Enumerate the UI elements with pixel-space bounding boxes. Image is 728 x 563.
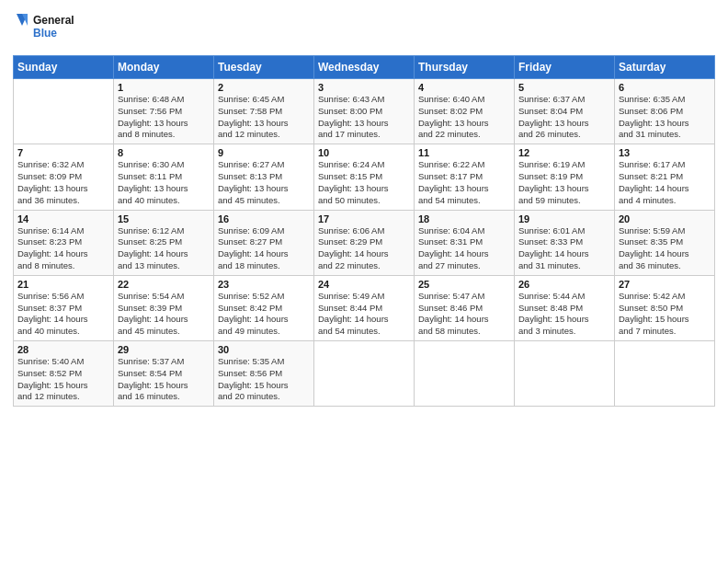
day-header-wednesday: Wednesday (314, 56, 415, 79)
day-number: 25 (418, 279, 510, 290)
day-number: 14 (17, 213, 109, 224)
calendar-cell: 16Sunrise: 6:09 AMSunset: 8:27 PMDayligh… (214, 210, 314, 275)
logo-svg: General Blue (13, 9, 77, 48)
day-info: Sunrise: 6:48 AMSunset: 7:56 PMDaylight:… (118, 94, 210, 141)
calendar-cell: 1Sunrise: 6:48 AMSunset: 7:56 PMDaylight… (114, 79, 214, 144)
day-number: 11 (418, 147, 510, 158)
day-number: 22 (118, 279, 210, 290)
calendar-page: General Blue SundayMondayTuesdayWednesda… (0, 0, 728, 563)
day-info: Sunrise: 5:52 AMSunset: 8:42 PMDaylight:… (218, 291, 310, 338)
day-number: 10 (318, 147, 410, 158)
day-info: Sunrise: 6:22 AMSunset: 8:17 PMDaylight:… (418, 159, 510, 206)
calendar-cell: 19Sunrise: 6:01 AMSunset: 8:33 PMDayligh… (515, 210, 615, 275)
day-number: 17 (318, 213, 410, 224)
day-number: 8 (118, 147, 210, 158)
day-info: Sunrise: 5:35 AMSunset: 8:56 PMDaylight:… (218, 356, 310, 403)
calendar-cell (415, 341, 515, 407)
day-number: 4 (418, 82, 510, 93)
day-number: 29 (118, 344, 210, 355)
calendar-cell: 25Sunrise: 5:47 AMSunset: 8:46 PMDayligh… (415, 275, 515, 340)
calendar-cell: 30Sunrise: 5:35 AMSunset: 8:56 PMDayligh… (214, 341, 314, 407)
day-number: 1 (118, 82, 210, 93)
calendar-cell: 4Sunrise: 6:40 AMSunset: 8:02 PMDaylight… (415, 79, 515, 144)
day-header-tuesday: Tuesday (214, 56, 314, 79)
calendar-table: SundayMondayTuesdayWednesdayThursdayFrid… (13, 55, 715, 407)
day-number: 18 (418, 213, 510, 224)
day-number: 2 (218, 82, 310, 93)
calendar-cell: 12Sunrise: 6:19 AMSunset: 8:19 PMDayligh… (515, 144, 615, 210)
calendar-cell: 10Sunrise: 6:24 AMSunset: 8:15 PMDayligh… (314, 144, 415, 210)
calendar-cell: 17Sunrise: 6:06 AMSunset: 8:29 PMDayligh… (314, 210, 415, 275)
calendar-cell: 24Sunrise: 5:49 AMSunset: 8:44 PMDayligh… (314, 275, 415, 340)
day-info: Sunrise: 6:35 AMSunset: 8:06 PMDaylight:… (619, 94, 711, 141)
calendar-cell (615, 341, 715, 407)
calendar-cell (314, 341, 415, 407)
calendar-cell: 18Sunrise: 6:04 AMSunset: 8:31 PMDayligh… (415, 210, 515, 275)
day-headers-row: SundayMondayTuesdayWednesdayThursdayFrid… (14, 56, 715, 79)
calendar-cell: 15Sunrise: 6:12 AMSunset: 8:25 PMDayligh… (114, 210, 214, 275)
calendar-cell: 8Sunrise: 6:30 AMSunset: 8:11 PMDaylight… (114, 144, 214, 210)
day-info: Sunrise: 6:14 AMSunset: 8:23 PMDaylight:… (17, 225, 109, 272)
day-number: 6 (619, 82, 711, 93)
calendar-cell (515, 341, 615, 407)
day-number: 30 (218, 344, 310, 355)
day-info: Sunrise: 5:56 AMSunset: 8:37 PMDaylight:… (17, 291, 109, 338)
calendar-cell: 14Sunrise: 6:14 AMSunset: 8:23 PMDayligh… (14, 210, 114, 275)
calendar-cell: 7Sunrise: 6:32 AMSunset: 8:09 PMDaylight… (14, 144, 114, 210)
day-info: Sunrise: 5:54 AMSunset: 8:39 PMDaylight:… (118, 291, 210, 338)
calendar-cell: 29Sunrise: 5:37 AMSunset: 8:54 PMDayligh… (114, 341, 214, 407)
calendar-cell: 3Sunrise: 6:43 AMSunset: 8:00 PMDaylight… (314, 79, 415, 144)
day-info: Sunrise: 5:42 AMSunset: 8:50 PMDaylight:… (619, 291, 711, 338)
day-info: Sunrise: 6:09 AMSunset: 8:27 PMDaylight:… (218, 225, 310, 272)
day-number: 12 (518, 147, 610, 158)
day-info: Sunrise: 5:37 AMSunset: 8:54 PMDaylight:… (118, 356, 210, 403)
day-info: Sunrise: 6:37 AMSunset: 8:04 PMDaylight:… (518, 94, 610, 141)
calendar-cell: 6Sunrise: 6:35 AMSunset: 8:06 PMDaylight… (615, 79, 715, 144)
header: General Blue (13, 9, 715, 48)
day-number: 15 (118, 213, 210, 224)
day-info: Sunrise: 5:47 AMSunset: 8:46 PMDaylight:… (418, 291, 510, 338)
day-header-friday: Friday (515, 56, 615, 79)
calendar-cell: 5Sunrise: 6:37 AMSunset: 8:04 PMDaylight… (515, 79, 615, 144)
day-info: Sunrise: 5:40 AMSunset: 8:52 PMDaylight:… (17, 356, 109, 403)
day-number: 24 (318, 279, 410, 290)
day-number: 28 (17, 344, 109, 355)
day-info: Sunrise: 6:19 AMSunset: 8:19 PMDaylight:… (518, 159, 610, 206)
day-header-thursday: Thursday (415, 56, 515, 79)
day-number: 16 (218, 213, 310, 224)
day-number: 27 (619, 279, 711, 290)
day-info: Sunrise: 5:44 AMSunset: 8:48 PMDaylight:… (518, 291, 610, 338)
day-info: Sunrise: 6:27 AMSunset: 8:13 PMDaylight:… (218, 159, 310, 206)
day-info: Sunrise: 6:32 AMSunset: 8:09 PMDaylight:… (17, 159, 109, 206)
day-info: Sunrise: 6:12 AMSunset: 8:25 PMDaylight:… (118, 225, 210, 272)
day-number: 7 (17, 147, 109, 158)
calendar-cell: 28Sunrise: 5:40 AMSunset: 8:52 PMDayligh… (14, 341, 114, 407)
calendar-cell: 23Sunrise: 5:52 AMSunset: 8:42 PMDayligh… (214, 275, 314, 340)
day-header-saturday: Saturday (615, 56, 715, 79)
day-number: 5 (518, 82, 610, 93)
calendar-cell: 21Sunrise: 5:56 AMSunset: 8:37 PMDayligh… (14, 275, 114, 340)
day-info: Sunrise: 6:06 AMSunset: 8:29 PMDaylight:… (318, 225, 410, 272)
day-info: Sunrise: 5:59 AMSunset: 8:35 PMDaylight:… (619, 225, 711, 272)
calendar-cell: 11Sunrise: 6:22 AMSunset: 8:17 PMDayligh… (415, 144, 515, 210)
calendar-cell: 22Sunrise: 5:54 AMSunset: 8:39 PMDayligh… (114, 275, 214, 340)
day-header-sunday: Sunday (14, 56, 114, 79)
day-info: Sunrise: 6:01 AMSunset: 8:33 PMDaylight:… (518, 225, 610, 272)
day-number: 26 (518, 279, 610, 290)
day-info: Sunrise: 6:43 AMSunset: 8:00 PMDaylight:… (318, 94, 410, 141)
day-info: Sunrise: 6:45 AMSunset: 7:58 PMDaylight:… (218, 94, 310, 141)
day-number: 21 (17, 279, 109, 290)
svg-text:General: General (33, 14, 74, 27)
calendar-cell: 20Sunrise: 5:59 AMSunset: 8:35 PMDayligh… (615, 210, 715, 275)
day-info: Sunrise: 6:40 AMSunset: 8:02 PMDaylight:… (418, 94, 510, 141)
calendar-cell (14, 79, 114, 144)
calendar-week-1: 1Sunrise: 6:48 AMSunset: 7:56 PMDaylight… (14, 79, 715, 144)
calendar-cell: 13Sunrise: 6:17 AMSunset: 8:21 PMDayligh… (615, 144, 715, 210)
calendar-cell: 9Sunrise: 6:27 AMSunset: 8:13 PMDaylight… (214, 144, 314, 210)
day-number: 13 (619, 147, 711, 158)
calendar-cell: 2Sunrise: 6:45 AMSunset: 7:58 PMDaylight… (214, 79, 314, 144)
svg-text:Blue: Blue (33, 27, 57, 40)
calendar-cell: 26Sunrise: 5:44 AMSunset: 8:48 PMDayligh… (515, 275, 615, 340)
day-info: Sunrise: 6:24 AMSunset: 8:15 PMDaylight:… (318, 159, 410, 206)
day-number: 19 (518, 213, 610, 224)
